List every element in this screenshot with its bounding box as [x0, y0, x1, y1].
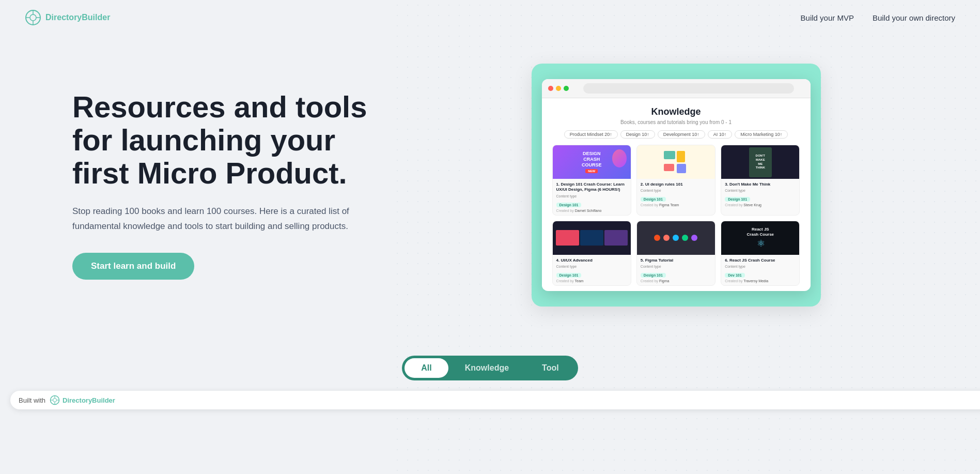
built-with-badge[interactable]: Built with DirectoryBuilder — [10, 391, 980, 409]
hero-title: Resources and tools for launching your f… — [72, 90, 382, 189]
svg-point-1 — [30, 14, 36, 21]
cards-grid: DesignCrashCourse NEW 1. Design 101 Cras… — [552, 145, 800, 286]
browser-background: Knowledge Books, courses and tutorials b… — [532, 64, 821, 307]
card-1[interactable]: DesignCrashCourse NEW 1. Design 101 Cras… — [552, 145, 631, 216]
card-2[interactable]: 2. UI design rules 101 Content type Desi… — [636, 145, 715, 216]
tab-all[interactable]: All — [405, 358, 448, 378]
browser-content: Knowledge Books, courses and tutorials b… — [542, 98, 811, 289]
card-4[interactable]: 4. UI/UX Advanced Content type Design 10… — [552, 221, 631, 286]
nav: Build your MVP Build your own directory — [801, 13, 955, 22]
svg-point-7 — [53, 399, 57, 402]
tab-bar: All Knowledge Tool — [402, 356, 578, 380]
card-5-image — [637, 221, 715, 255]
dot-green — [564, 86, 569, 91]
hero-section: Resources and tools for launching your f… — [0, 35, 980, 345]
browser-dots — [548, 86, 569, 91]
hero-left: Resources and tools for launching your f… — [72, 90, 382, 279]
nav-link-directory[interactable]: Build your own directory — [873, 13, 955, 22]
browser-url-bar — [583, 83, 794, 94]
header: DirectoryBuilder Build your MVP Build yo… — [0, 0, 980, 35]
tab-tool[interactable]: Tool — [525, 358, 575, 378]
filter-tag-3[interactable]: Development 10↑ — [658, 130, 705, 139]
card-4-image — [553, 221, 631, 255]
card-5-body: 5. Figma Tutorial Content type Design 10… — [637, 255, 715, 285]
card-5[interactable]: 5. Figma Tutorial Content type Design 10… — [636, 221, 715, 286]
cta-button[interactable]: Start learn and build — [72, 253, 194, 280]
card-3[interactable]: Don'tMakeMeThink 3. Don't Make Me Think … — [721, 145, 800, 216]
browser-bar — [542, 79, 811, 98]
card-4-title: 4. UI/UX Advanced — [556, 258, 627, 263]
knowledge-title: Knowledge — [552, 106, 800, 117]
hero-description: Stop reading 100 books and learn 100 cou… — [72, 204, 351, 234]
filter-tag-5[interactable]: Micro Marketing 10↑ — [735, 130, 788, 139]
card-3-body: 3. Don't Make Me Think Content type Desi… — [721, 179, 799, 209]
card-1-body: 1. Design 101 Crash Course: Learn UX/UI … — [553, 179, 631, 215]
hero-right: Knowledge Books, courses and tutorials b… — [382, 64, 939, 307]
card-5-title: 5. Figma Tutorial — [641, 258, 711, 263]
card-2-body: 2. UI design rules 101 Content type Desi… — [637, 179, 715, 209]
built-with-prefix: Built with — [19, 396, 45, 404]
knowledge-subtitle: Books, courses and tutorials bring you f… — [552, 119, 800, 125]
card-3-image: Don'tMakeMeThink — [721, 145, 799, 179]
tab-knowledge[interactable]: Knowledge — [448, 358, 525, 378]
card-1-image: DesignCrashCourse NEW — [553, 145, 631, 179]
card-1-title: 1. Design 101 Crash Course: Learn UX/UI … — [556, 182, 627, 193]
card-2-image — [637, 145, 715, 179]
nav-link-mvp[interactable]: Build your MVP — [801, 13, 854, 22]
card-6-image: React JSCrash Course ⚛ — [721, 221, 799, 255]
card-6-body: 6. React JS Crash Course Content type De… — [721, 255, 799, 285]
built-with-logo: DirectoryBuilder — [50, 395, 115, 405]
card-2-title: 2. UI design rules 101 — [641, 182, 711, 187]
filter-tags: Product Mindset 20↑ Design 10↑ Developme… — [552, 130, 800, 139]
card-3-title: 3. Don't Make Me Think — [725, 182, 796, 187]
browser-window: Knowledge Books, courses and tutorials b… — [542, 79, 811, 291]
dot-yellow — [556, 86, 561, 91]
built-with-brand: DirectoryBuilder — [63, 396, 115, 404]
filter-tag-4[interactable]: AI 10↑ — [708, 130, 733, 139]
card-6-title: 6. React JS Crash Course — [725, 258, 796, 263]
filter-tag-1[interactable]: Product Mindset 20↑ — [564, 130, 618, 139]
logo[interactable]: DirectoryBuilder — [25, 9, 110, 26]
card-6[interactable]: React JSCrash Course ⚛ 6. React JS Crash… — [721, 221, 800, 286]
logo-text: DirectoryBuilder — [45, 13, 110, 22]
built-with-logo-icon — [50, 395, 60, 405]
card-4-body: 4. UI/UX Advanced Content type Design 10… — [553, 255, 631, 285]
filter-tag-2[interactable]: Design 10↑ — [620, 130, 655, 139]
logo-icon — [25, 9, 41, 26]
dot-red — [548, 86, 553, 91]
